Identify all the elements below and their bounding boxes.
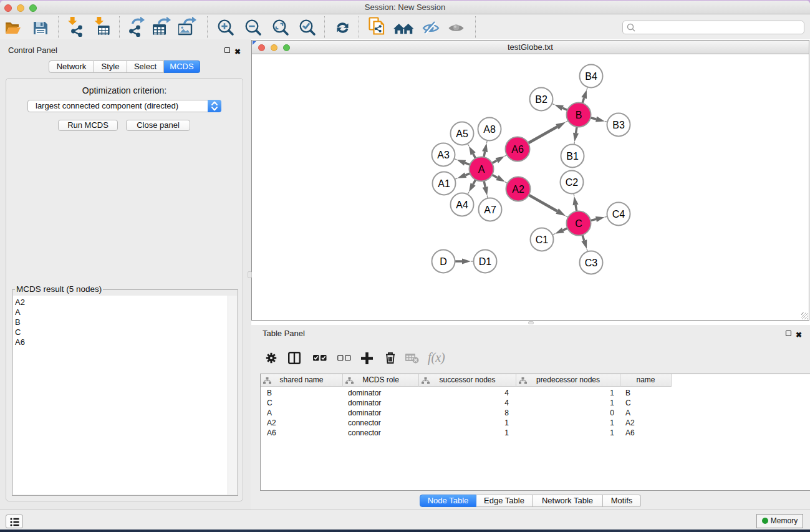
- svg-text:A3: A3: [437, 150, 450, 160]
- svg-text:C2: C2: [566, 177, 579, 188]
- svg-text:C1: C1: [536, 235, 549, 245]
- svg-text:C: C: [575, 218, 582, 229]
- svg-text:A4: A4: [456, 200, 468, 210]
- svg-text:D1: D1: [479, 256, 492, 267]
- svg-text:D: D: [440, 256, 447, 267]
- svg-text:A7: A7: [484, 205, 496, 215]
- svg-text:A6: A6: [511, 144, 524, 155]
- svg-text:B1: B1: [566, 151, 579, 162]
- svg-text:A: A: [478, 164, 485, 175]
- svg-text:A2: A2: [512, 184, 524, 195]
- svg-text:B3: B3: [612, 120, 625, 130]
- svg-text:A8: A8: [483, 124, 496, 135]
- svg-text:B2: B2: [535, 94, 547, 105]
- svg-text:B: B: [576, 110, 582, 120]
- svg-text:C3: C3: [585, 258, 598, 268]
- svg-text:A1: A1: [438, 178, 450, 189]
- svg-text:A5: A5: [456, 128, 468, 139]
- svg-text:B4: B4: [585, 71, 597, 82]
- svg-text:C4: C4: [612, 209, 625, 220]
